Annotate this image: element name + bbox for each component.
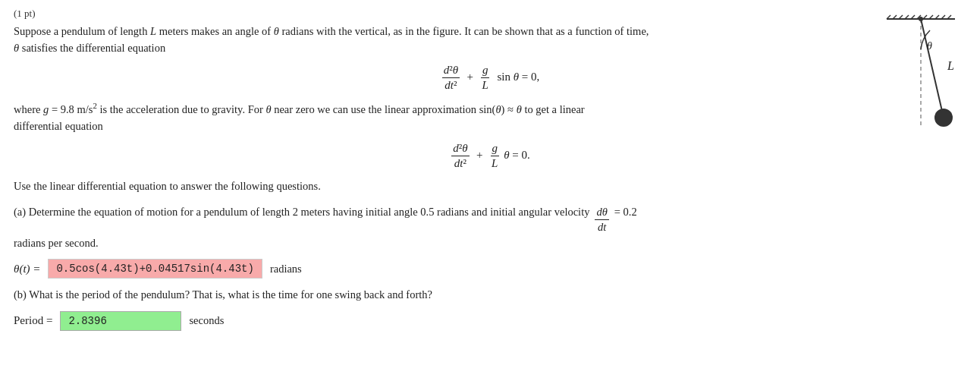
plus-sign-2: + [473,149,485,161]
L-variable: L [150,25,156,37]
equation-1: d²θ dt² + g L sin θ = 0, [14,63,966,93]
answer-a-input[interactable]: 0.5cos(4.43t)+0.04517sin(4.43t) [48,259,262,279]
g-value: g [43,103,49,115]
pendulum-bob [934,109,953,127]
sin-theta-rhs: sin θ = 0, [495,71,540,83]
intro-text-1: Suppose a pendulum of length L meters ma… [14,25,649,37]
fraction-d2theta-dt2: d²θ dt² [442,63,460,93]
fraction-g-L: g L [481,63,490,93]
period-label: Period = [14,314,52,327]
denominator-L-2: L [490,156,499,172]
equals-0.2: = 0.2 [614,203,637,220]
radians-per-second: radians per second. [14,235,810,251]
dtheta-den: dt [596,220,608,235]
denominator-dt2: dt² [443,78,458,93]
fraction-d2theta-dt2-2: d²θ dt² [451,141,469,172]
plus-sign-1: + [464,71,476,83]
point-label: (1 pt) [14,8,966,20]
where-gravity-text: where g = 9.8 m/s2 is the acceleration d… [14,99,810,135]
part-a-text: (a) Determine the equation of motion for… [14,203,589,220]
denominator-dt2-2: dt² [453,156,468,172]
numerator-d2theta-2: d²θ [451,141,469,157]
pendulum-diagram: L θ [845,8,966,144]
part-a-question: (a) Determine the equation of motion for… [14,203,810,235]
part-b-question: (b) What is the period of the pendulum? … [14,286,810,303]
L-label: L [947,59,954,72]
dtheta-num: dθ [595,205,608,220]
fraction-g-L-2: g L [490,141,499,172]
unit-b: seconds [189,314,224,327]
intro-text-2: θ satisfies the differential equation [14,42,165,54]
unit-a: radians [270,263,302,276]
numerator-g-2: g [491,141,500,157]
equation-2: d²θ dt² + g L θ = 0. [14,141,966,172]
answer-b-input[interactable]: 2.8396 [60,311,181,331]
theta-t-label: θ(t) = [14,263,40,276]
part-b-container: (b) What is the period of the pendulum? … [14,286,966,330]
theta-variable-1: θ [274,25,279,37]
theta-equals-zero: θ = 0. [504,149,530,161]
period-row: Period = 2.8396 seconds [14,311,966,331]
numerator-d2theta: d²θ [442,63,460,79]
pendulum-svg: L θ [845,8,966,144]
part-a-container: (a) Determine the equation of motion for… [14,203,966,279]
problem-intro: Suppose a pendulum of length L meters ma… [14,23,810,57]
denominator-L: L [481,78,490,93]
theta-label: θ [927,40,932,52]
numerator-g: g [481,63,490,79]
answer-a-row: θ(t) = 0.5cos(4.43t)+0.04517sin(4.43t) r… [14,259,966,279]
dtheta-fraction: dθ dt [595,205,608,235]
theta-near-zero: θ [265,103,271,115]
use-linear-text: Use the linear differential equation to … [14,178,810,194]
pendulum-rod [921,19,944,118]
